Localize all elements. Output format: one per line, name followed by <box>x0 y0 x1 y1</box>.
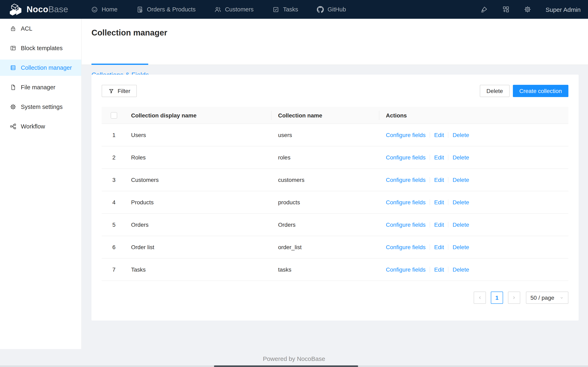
configure-fields-link[interactable]: Configure fields <box>386 176 426 183</box>
document-check-icon <box>136 6 143 13</box>
row-collection-name: customers <box>272 176 379 183</box>
table-body: 1 Users users Configure fields Edit Dele… <box>102 124 568 281</box>
configure-fields-link[interactable]: Configure fields <box>386 266 426 273</box>
configure-fields-link[interactable]: Configure fields <box>386 221 426 228</box>
row-display-name: Customers <box>126 176 272 183</box>
pagination-prev-button[interactable] <box>474 292 486 304</box>
workflow-icon <box>10 123 16 130</box>
main-menu: Home Orders & Products Customers <box>82 0 355 19</box>
row-display-name: Users <box>126 132 272 138</box>
gear-icon[interactable] <box>524 6 531 13</box>
row-index: 4 <box>102 199 126 206</box>
action-divider <box>448 132 449 138</box>
table-row: 4 Products products Configure fields Edi… <box>102 191 568 214</box>
nav-item-label: Customers <box>225 6 254 13</box>
table-toolbar: Filter Delete Create collection <box>102 85 568 97</box>
table-row: 2 Roles roles Configure fields Edit Dele… <box>102 146 568 169</box>
nav-item-home[interactable]: Home <box>82 0 127 19</box>
pagination-next-button[interactable] <box>508 292 520 304</box>
brand-name: NocoBase <box>26 4 68 14</box>
action-divider <box>430 132 430 138</box>
github-icon <box>317 6 324 13</box>
row-index: 6 <box>102 244 126 250</box>
nav-item-label: Orders & Products <box>147 6 196 13</box>
configure-fields-link[interactable]: Configure fields <box>386 132 426 138</box>
edit-link[interactable]: Edit <box>434 266 444 273</box>
edit-link[interactable]: Edit <box>434 199 444 206</box>
row-index: 7 <box>102 266 126 273</box>
row-display-name: Products <box>126 199 272 206</box>
table-row: 7 Tasks tasks Configure fields Edit Dele… <box>102 259 568 281</box>
chevron-left-icon <box>477 295 482 300</box>
action-divider <box>430 155 430 160</box>
nav-item-github[interactable]: GitHub <box>307 0 355 19</box>
table-row: 3 Customers customers Configure fields E… <box>102 169 568 191</box>
row-collection-name: Orders <box>272 221 379 228</box>
delete-button[interactable]: Delete <box>480 85 510 97</box>
edit-link[interactable]: Edit <box>434 244 444 250</box>
lock-icon <box>10 25 16 32</box>
delete-link[interactable]: Delete <box>453 199 469 206</box>
settings-sidebar: ACL Block templates Collection manager <box>0 19 82 349</box>
sidebar-item-system-settings[interactable]: System settings <box>0 99 81 115</box>
edit-link[interactable]: Edit <box>434 176 444 183</box>
edit-link[interactable]: Edit <box>434 132 444 138</box>
pagination-page-1[interactable]: 1 <box>491 292 503 304</box>
row-collection-name: tasks <box>272 266 379 273</box>
sidebar-item-label: Collection manager <box>21 64 72 71</box>
logo[interactable]: NocoBase <box>0 3 82 16</box>
sidebar-item-block-templates[interactable]: Block templates <box>0 40 81 56</box>
action-divider <box>448 155 449 160</box>
delete-link[interactable]: Delete <box>453 154 469 161</box>
row-index: 5 <box>102 221 126 228</box>
highlight-icon[interactable] <box>481 6 488 13</box>
action-divider <box>448 200 449 205</box>
sidebar-item-file-manager[interactable]: File manager <box>0 79 81 95</box>
action-divider <box>430 222 430 227</box>
action-divider <box>430 267 430 272</box>
create-collection-button[interactable]: Create collection <box>513 85 568 97</box>
file-icon <box>10 84 16 91</box>
nav-item-customers[interactable]: Customers <box>205 0 263 19</box>
delete-link[interactable]: Delete <box>453 221 469 228</box>
blocks-plus-icon[interactable] <box>502 6 510 13</box>
filter-button[interactable]: Filter <box>102 85 137 97</box>
configure-fields-link[interactable]: Configure fields <box>386 154 426 161</box>
row-index: 3 <box>102 176 126 183</box>
edit-link[interactable]: Edit <box>434 154 444 161</box>
delete-link[interactable]: Delete <box>453 132 469 138</box>
page-title: Collection manager <box>91 28 167 38</box>
sidebar-item-collection-manager[interactable]: Collection manager <box>0 59 81 76</box>
row-display-name: Tasks <box>126 266 272 273</box>
user-menu[interactable]: Super Admin <box>545 6 581 13</box>
delete-link[interactable]: Delete <box>453 266 469 273</box>
row-collection-name: products <box>272 199 379 206</box>
select-all-checkbox[interactable] <box>111 112 117 118</box>
configure-fields-link[interactable]: Configure fields <box>386 244 426 250</box>
nav-item-orders-products[interactable]: Orders & Products <box>127 0 205 19</box>
row-collection-name: users <box>272 132 379 138</box>
delete-link[interactable]: Delete <box>453 176 469 183</box>
sidebar-item-workflow[interactable]: Workflow <box>0 118 81 134</box>
row-index: 2 <box>102 154 126 161</box>
nav-item-tasks[interactable]: Tasks <box>263 0 307 19</box>
edit-link[interactable]: Edit <box>434 221 444 228</box>
row-display-name: Orders <box>126 221 272 228</box>
nav-item-label: Home <box>102 6 117 13</box>
table-row: 1 Users users Configure fields Edit Dele… <box>102 124 568 146</box>
row-collection-name: roles <box>272 154 379 161</box>
gear-icon <box>10 104 16 110</box>
powered-by-footer: Powered by NocoBase <box>0 355 588 362</box>
action-divider <box>430 244 430 250</box>
configure-fields-link[interactable]: Configure fields <box>386 199 426 206</box>
collections-table: Collection display name Collection name … <box>102 107 568 281</box>
page-size-select[interactable]: 50 / page <box>526 292 568 304</box>
table-header-row: Collection display name Collection name … <box>102 107 568 124</box>
horizontal-scrollbar-thumb[interactable] <box>214 365 358 367</box>
smile-icon <box>91 6 98 13</box>
chevron-down-icon <box>559 295 564 300</box>
sidebar-item-acl[interactable]: ACL <box>0 20 81 37</box>
action-divider <box>430 200 430 205</box>
delete-link[interactable]: Delete <box>453 244 469 250</box>
page-header: Collection manager Collections & Fields <box>82 19 588 65</box>
